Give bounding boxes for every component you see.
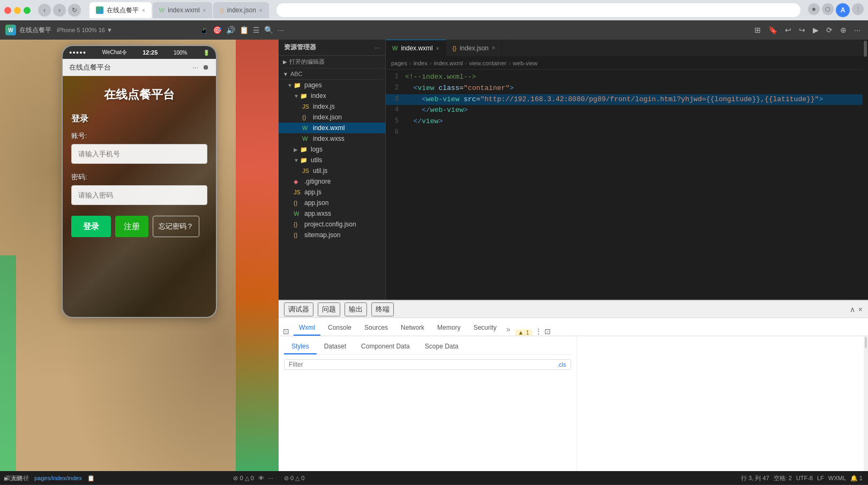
breadcrumb-wxml[interactable]: index.wxml (434, 60, 463, 66)
target-icon[interactable]: 🎯 (213, 26, 222, 34)
toolbar-icon-6[interactable]: ⟳ (824, 25, 835, 35)
tree-item-app-js[interactable]: JS app.js (279, 187, 385, 198)
devtools-tab-network[interactable]: Network (395, 321, 430, 336)
tree-item-project-config[interactable]: {} project.config.json (279, 219, 385, 230)
toolbar-icon-5[interactable]: ▶ (811, 25, 821, 35)
tree-item-app-json[interactable]: {} app.json (279, 198, 385, 208)
forgot-password-button[interactable]: 忘记密码？ (153, 216, 199, 237)
sub-tab-styles[interactable]: Styles (284, 339, 317, 354)
chrome-tab-close[interactable]: × (142, 7, 145, 13)
tree-item-index-wxss[interactable]: W index.wxss (279, 133, 385, 144)
chrome-tab-active[interactable]: 在线点餐平 × (89, 2, 152, 18)
tree-item-index-folder[interactable]: ▼ 📁 index (279, 90, 385, 101)
login-button[interactable]: 登录 (71, 216, 111, 237)
tree-item-utils[interactable]: ▼ 📁 utils (279, 155, 385, 165)
devtools-scroll-thumb[interactable] (865, 337, 867, 348)
util-js-icon: JS (302, 168, 311, 174)
mobile-icon[interactable]: 📱 (199, 26, 208, 34)
devtools-settings-icon[interactable]: ⋮ (535, 327, 542, 336)
chrome-forward-button[interactable]: › (53, 4, 66, 17)
phone-password-input[interactable] (71, 185, 207, 205)
register-button[interactable]: 注册 (115, 216, 148, 237)
index-wxss-label: index.wxss (313, 135, 345, 142)
devtools-more-tabs-icon[interactable]: » (504, 323, 513, 336)
tree-item-util-js[interactable]: JS util.js (279, 165, 385, 176)
editor-tab-wxml-close[interactable]: × (436, 46, 439, 51)
devtools-warning-badge[interactable]: ▲ 1 (515, 329, 533, 336)
devtools-tab-console[interactable]: Console (323, 321, 357, 336)
minimize-dot[interactable] (14, 7, 21, 14)
chrome-tab-wxml-close[interactable]: × (203, 7, 206, 13)
file-tree-more-icon[interactable]: ··· (375, 44, 380, 51)
ide-toolbar: W 在线点餐平 iPhone 5 100% 16 ▼ 📱 🎯 🔊 📋 ☰ 🔍 ·… (0, 20, 868, 40)
open-editors-section[interactable]: ▶ 打开的编辑器 (279, 56, 385, 69)
devtools-tab-security[interactable]: Security (468, 321, 502, 336)
devtools-tab-wxml[interactable]: Wxml (294, 321, 320, 336)
toolbar-icon-4[interactable]: ↪ (797, 25, 807, 35)
breadcrumb-web-view[interactable]: web-view (513, 60, 537, 66)
devtools-terminal-btn[interactable]: 终端 (371, 302, 394, 316)
more-icon[interactable]: ··· (278, 26, 284, 34)
tree-item-gitignore[interactable]: ◆ .gitignore (279, 176, 385, 187)
styles-filter-input[interactable] (289, 361, 554, 368)
tree-item-index-wxml[interactable]: W index.wxml (279, 123, 385, 133)
devtools-output-btn[interactable]: 输出 (345, 302, 367, 316)
phone-carrier: WeChat令 (102, 49, 127, 56)
breadcrumb-pages[interactable]: pages (391, 60, 407, 66)
editor-tab-json[interactable]: {} index.json × (446, 40, 502, 57)
abc-section[interactable]: ▼ ABC (279, 69, 385, 80)
devtools-tab-sources[interactable]: Sources (359, 321, 393, 336)
bookmark-icon[interactable]: ★ (808, 3, 820, 15)
volume-icon[interactable]: 🔊 (226, 26, 235, 34)
chrome-profile-icon[interactable]: A (836, 3, 850, 17)
toolbar-icon-8[interactable]: ··· (852, 25, 863, 35)
extension-icon[interactable]: ⬡ (822, 3, 834, 15)
toolbar-icon-7[interactable]: ⊕ (838, 25, 849, 35)
devtools-selector-icon[interactable]: ⊡ (283, 327, 289, 336)
tree-item-pages[interactable]: ▼ 📁 pages (279, 80, 385, 90)
devtools-undock-icon[interactable]: ⊡ (544, 327, 551, 336)
tree-item-index-js[interactable]: JS index.js (279, 101, 385, 112)
styles-cls-button[interactable]: .cls (557, 361, 566, 368)
breadcrumb-sep-2: › (430, 60, 432, 66)
breadcrumb-view-container[interactable]: view.container (469, 60, 507, 66)
editor-tab-json-close[interactable]: × (492, 45, 495, 51)
editor-scrollbar (863, 40, 868, 300)
sub-tab-component-data[interactable]: Component Data (354, 339, 417, 354)
toolbar-icon-1[interactable]: ⊞ (752, 25, 763, 35)
sitemap-label: sitemap.json (304, 231, 340, 239)
chrome-refresh-button[interactable]: ↻ (68, 4, 81, 17)
devtools-debugger-btn[interactable]: 调试器 (284, 302, 313, 316)
tree-item-app-wxss[interactable]: W app.wxss (279, 208, 385, 219)
phone-menu-icon[interactable]: ··· (192, 63, 198, 71)
chrome-back-button[interactable]: ‹ (38, 4, 51, 17)
toolbar-icon-2[interactable]: 🔖 (766, 25, 780, 35)
breadcrumb-index[interactable]: index (414, 60, 428, 66)
editor-tab-wxml[interactable]: W index.wxml × (386, 40, 446, 57)
close-dot[interactable] (4, 7, 11, 14)
line-num-6: 6 (386, 127, 405, 138)
search-icon[interactable]: 🔍 (264, 26, 273, 34)
breadcrumb-sep-1: › (409, 60, 411, 66)
devtools-issues-btn[interactable]: 问题 (318, 302, 340, 316)
sub-tab-dataset[interactable]: Dataset (317, 339, 354, 354)
toolbar-icon-3[interactable]: ↩ (783, 25, 794, 35)
chrome-address-bar[interactable] (276, 3, 800, 17)
devtools-chevron-up-icon[interactable]: ∧ (850, 305, 855, 314)
chrome-tab-json-close[interactable]: × (259, 7, 263, 13)
tree-item-logs[interactable]: ▶ 📁 logs (279, 144, 385, 155)
chrome-tab-json[interactable]: {} index.json × (213, 2, 268, 18)
clipboard-icon[interactable]: 📋 (240, 26, 249, 34)
devtools-close-icon[interactable]: × (858, 305, 863, 314)
phone-record-icon[interactable]: ⏺ (203, 63, 209, 71)
chrome-menu-icon[interactable]: ⋮ (852, 3, 864, 15)
tree-item-index-json[interactable]: {} index.json (279, 112, 385, 123)
tree-item-sitemap[interactable]: {} sitemap.json (279, 230, 385, 240)
chrome-tab-wxml[interactable]: W index.wxml × (153, 2, 213, 18)
maximize-dot[interactable] (24, 7, 31, 14)
menu-lines-icon[interactable]: ☰ (253, 26, 260, 34)
phone-account-input[interactable] (71, 144, 207, 164)
sub-tab-scope-data[interactable]: Scope Data (417, 339, 466, 354)
devtools-tab-memory[interactable]: Memory (432, 321, 466, 336)
scrollbar-thumb[interactable] (864, 41, 867, 57)
